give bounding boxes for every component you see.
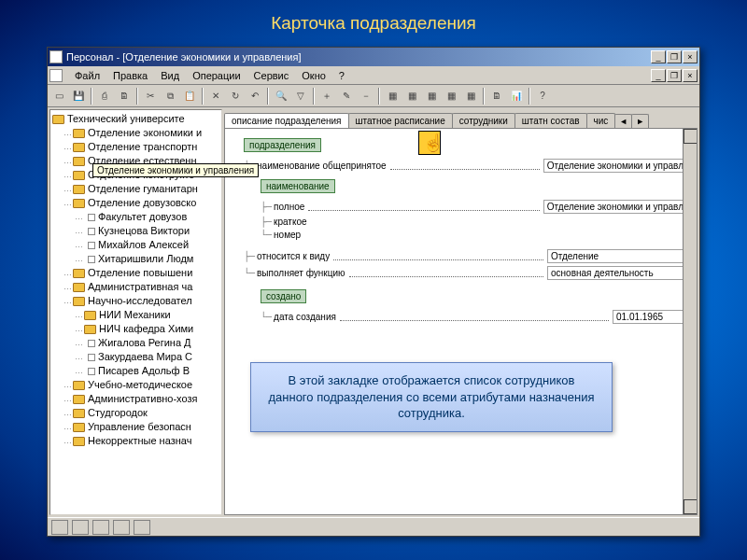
tree-item[interactable]: Технический университе xyxy=(50,112,221,126)
tb-remove-icon[interactable]: － xyxy=(357,87,375,105)
tb-find-icon[interactable]: 🔍 xyxy=(272,87,290,105)
tree-item[interactable]: …Писарев Адольф В xyxy=(50,364,221,378)
menu-edit[interactable]: Правка xyxy=(106,68,154,83)
folder-icon xyxy=(84,311,96,320)
folder-icon xyxy=(73,269,85,278)
value-name-full[interactable]: Отделение экономики и управл xyxy=(543,200,687,214)
tb-edit-icon[interactable]: ✎ xyxy=(337,87,356,105)
label-kind: относится к виду xyxy=(257,251,330,261)
statusbar xyxy=(48,517,699,536)
menu-file[interactable]: Файл xyxy=(68,68,106,83)
tb-open-icon[interactable]: ▭ xyxy=(49,87,68,105)
tb-preview-icon[interactable]: 🗎 xyxy=(115,87,134,105)
folder-icon xyxy=(73,185,85,194)
folder-icon xyxy=(73,381,85,390)
label-function: выполняет функцию xyxy=(257,268,345,278)
sb-btn-5[interactable] xyxy=(134,520,150,535)
menu-view[interactable]: Вид xyxy=(154,68,186,83)
tree-item[interactable]: …Административно-хозя xyxy=(50,392,221,406)
tb-chart-icon[interactable]: 📊 xyxy=(507,87,526,105)
tree-item-label: НИЧ кафедра Хими xyxy=(99,322,193,336)
tb-grid4-icon[interactable]: ▦ xyxy=(442,87,460,105)
scrollbar-vertical[interactable] xyxy=(683,129,697,514)
tree-item[interactable]: …Жигалова Регина Д xyxy=(50,336,221,350)
leaf-icon xyxy=(88,242,95,249)
tb-delete-icon[interactable]: ✕ xyxy=(206,87,225,105)
tree-item[interactable]: …Управление безопасн xyxy=(50,420,221,434)
folder-icon xyxy=(73,157,85,166)
close-button[interactable]: × xyxy=(683,50,698,63)
tb-add-icon[interactable]: ＋ xyxy=(317,87,336,105)
callout-box: В этой закладке отображается список сотр… xyxy=(250,362,613,432)
tb-report-icon[interactable]: 🗎 xyxy=(487,87,506,105)
tb-cut-icon[interactable]: ✂ xyxy=(141,87,160,105)
tb-grid3-icon[interactable]: ▦ xyxy=(422,87,441,105)
tb-copy-icon[interactable]: ⧉ xyxy=(161,87,179,105)
sb-btn-3[interactable] xyxy=(92,520,109,535)
maximize-button[interactable]: ❐ xyxy=(667,50,682,63)
tree-item[interactable]: …Научно-исследовател xyxy=(50,294,221,308)
tree-item-label: Административно-хозя xyxy=(88,392,197,406)
mdi-maximize-button[interactable]: ❐ xyxy=(667,69,682,82)
tree-item[interactable]: …Отделение гуманитарн xyxy=(50,182,221,196)
tb-save-icon[interactable]: 💾 xyxy=(69,87,88,105)
tab-count[interactable]: чис xyxy=(586,113,616,128)
tree-item[interactable]: …НИИ Механики xyxy=(50,308,221,322)
tree-item[interactable]: …Факультет довузов xyxy=(50,210,221,224)
tree-item-label: Отделение гуманитарн xyxy=(88,182,198,196)
tree-item[interactable]: …Отделение экономики и xyxy=(50,126,221,140)
menu-help[interactable]: ? xyxy=(332,68,351,83)
folder-icon xyxy=(73,199,85,208)
leaf-icon xyxy=(88,340,95,347)
label-name-number: номер xyxy=(274,230,301,240)
tab-scroll-left[interactable]: ◄ xyxy=(614,114,632,128)
sb-btn-2[interactable] xyxy=(72,520,89,535)
tree-item[interactable]: …Административная ча xyxy=(50,280,221,294)
tree-item[interactable]: …НИЧ кафедра Хими xyxy=(50,322,221,336)
tb-print-icon[interactable]: ⎙ xyxy=(95,87,114,105)
tree-item[interactable]: …Учебно-методическое xyxy=(50,378,221,392)
tab-scroll-right[interactable]: ► xyxy=(631,114,649,128)
tree-item[interactable]: …Кузнецова Виктори xyxy=(50,224,221,238)
tree-item[interactable]: …Отделение довузовско xyxy=(50,196,221,210)
value-name-common[interactable]: Отделение экономики и управл xyxy=(543,159,687,173)
tb-filter-icon[interactable]: ▽ xyxy=(291,87,310,105)
mdi-close-button[interactable]: × xyxy=(683,69,698,82)
tb-undo-icon[interactable]: ↶ xyxy=(246,87,264,105)
tab-employees[interactable]: сотрудники xyxy=(452,113,515,128)
mdi-minimize-button[interactable]: _ xyxy=(651,69,666,82)
tree-item-label: Технический университе xyxy=(67,112,185,126)
folder-icon xyxy=(73,143,85,152)
tree-item[interactable]: …Студгородок xyxy=(50,406,221,420)
tab-description[interactable]: описание подразделения xyxy=(224,113,349,128)
menu-operations[interactable]: Операции xyxy=(186,68,247,83)
tab-composition[interactable]: штатн состав xyxy=(514,113,587,128)
leaf-icon xyxy=(88,256,95,263)
value-function[interactable]: основная деятельность xyxy=(547,266,687,280)
tree-item[interactable]: …Закурдаева Мира С xyxy=(50,350,221,364)
tree-item-label: Кузнецова Виктори xyxy=(98,224,190,238)
tree-item[interactable]: …Михайлов Алексей xyxy=(50,238,221,252)
value-kind[interactable]: Отделение xyxy=(547,249,687,263)
sb-btn-4[interactable] xyxy=(113,520,130,535)
tb-help-icon[interactable]: ? xyxy=(533,87,552,105)
tree-item[interactable]: …Отделение транспортн xyxy=(50,140,221,154)
slide-title: Карточка подразделения xyxy=(0,0,747,43)
menu-window[interactable]: Окно xyxy=(295,68,332,83)
sb-btn-1[interactable] xyxy=(51,520,68,535)
main-panel: описание подразделения штатное расписани… xyxy=(224,109,698,515)
menu-service[interactable]: Сервис xyxy=(247,68,296,83)
tree-item[interactable]: …Отделение повышени xyxy=(50,266,221,280)
tabs: описание подразделения штатное расписани… xyxy=(224,109,698,128)
tree-item[interactable]: …Хитаришвили Людм xyxy=(50,252,221,266)
tb-refresh-icon[interactable]: ↻ xyxy=(226,87,245,105)
value-date-created[interactable]: 01.01.1965 xyxy=(613,310,687,324)
tab-staffing[interactable]: штатное расписание xyxy=(348,113,453,128)
tb-grid1-icon[interactable]: ▦ xyxy=(383,87,402,105)
tb-grid5-icon[interactable]: ▦ xyxy=(461,87,480,105)
tb-paste-icon[interactable]: 📋 xyxy=(180,87,199,105)
tb-grid2-icon[interactable]: ▦ xyxy=(402,87,421,105)
minimize-button[interactable]: _ xyxy=(651,50,666,63)
tree-item[interactable]: …Некорректные назнач xyxy=(50,434,221,448)
tree-item-label: Жигалова Регина Д xyxy=(98,336,191,350)
